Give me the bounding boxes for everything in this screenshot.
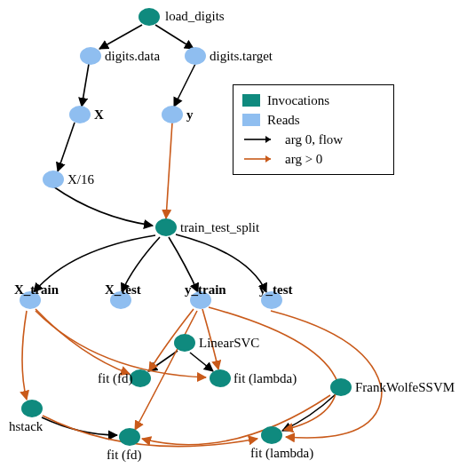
node-X-train bbox=[20, 291, 41, 309]
nodes bbox=[20, 8, 352, 446]
arrow-orange-icon bbox=[242, 151, 278, 167]
diagram-canvas bbox=[0, 0, 467, 476]
legend-label-reads: Reads bbox=[267, 113, 300, 128]
node-y-test bbox=[261, 291, 282, 309]
node-load-digits bbox=[139, 8, 160, 26]
node-frankwolfessvm bbox=[330, 378, 352, 396]
node-y bbox=[162, 106, 183, 123]
legend-row-reads: Reads bbox=[242, 110, 384, 130]
node-linearsvc bbox=[174, 334, 195, 352]
node-digits-target bbox=[185, 47, 206, 65]
legend-row-invocations: Invocations bbox=[242, 91, 384, 110]
legend-row-arg0: arg 0, flow bbox=[242, 130, 384, 149]
node-X bbox=[69, 106, 91, 123]
arrow-black-icon bbox=[242, 131, 278, 147]
swatch-reads bbox=[242, 114, 260, 126]
node-train-test-split bbox=[155, 218, 177, 236]
node-fit-fd1 bbox=[130, 369, 151, 387]
node-hstack bbox=[21, 400, 43, 417]
node-fit-fd2 bbox=[119, 428, 140, 446]
node-X-test bbox=[110, 291, 131, 309]
node-y-train bbox=[190, 291, 211, 309]
node-fit-lambda2 bbox=[261, 426, 282, 444]
node-fit-lambda1 bbox=[210, 369, 231, 387]
swatch-invocations bbox=[242, 94, 260, 107]
legend-label-invocations: Invocations bbox=[267, 93, 329, 108]
legend-label-arg0: arg 0, flow bbox=[285, 132, 343, 147]
node-digits-data bbox=[80, 47, 101, 65]
legend: Invocations Reads arg 0, flow arg > 0 bbox=[233, 84, 394, 175]
node-Xdiv16 bbox=[43, 171, 64, 188]
legend-label-argplus: arg > 0 bbox=[285, 152, 322, 167]
legend-row-argplus: arg > 0 bbox=[242, 149, 384, 169]
